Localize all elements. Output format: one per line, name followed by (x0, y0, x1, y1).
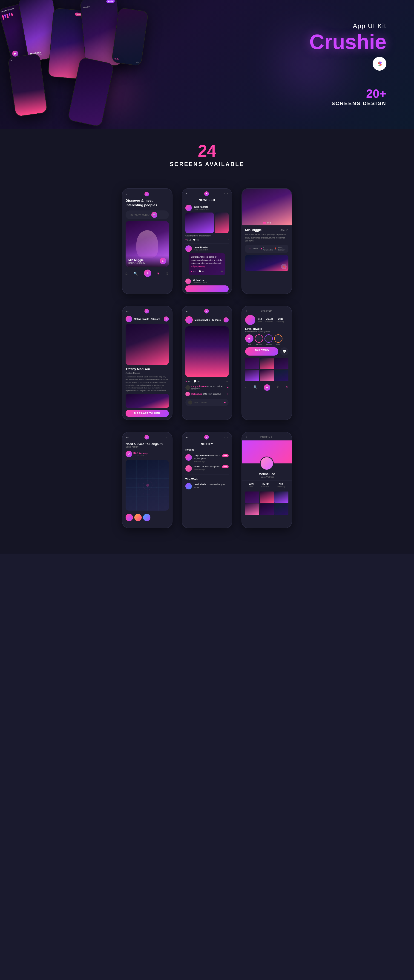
photo-comment2-heart-icon[interactable]: ♥ (227, 393, 229, 395)
tiffany-back-icon[interactable]: ← (126, 309, 129, 313)
newsfeed-heart-icon[interactable]: ♥ (204, 191, 209, 196)
social-nav-search-icon[interactable]: 🔍 (253, 385, 257, 391)
photo-comment1-heart-icon[interactable]: ♥ (227, 387, 229, 389)
hangout-person1-avatar (126, 514, 133, 521)
social-follow-button[interactable]: FOLLOWING (245, 347, 278, 356)
social-nav-heart-icon[interactable]: ♥ (277, 385, 279, 391)
social-gallery-item-4[interactable] (245, 370, 259, 381)
profile-gallery-bookmark-icon[interactable]: 🔖 (281, 264, 287, 269)
profile-card-dots (263, 222, 271, 224)
melina-gallery-item-1[interactable] (245, 492, 259, 503)
discover-card[interactable]: Mia Miggie Berlin, Germany ➤ (126, 221, 169, 267)
svg-point-7 (146, 484, 149, 487)
melina-profile-label: PROFILE (260, 436, 272, 438)
photo-detail-follow-button[interactable]: + (224, 317, 229, 323)
tiffany-heart-icon[interactable]: ♥ (145, 309, 149, 313)
screens-label: SCREENS DESIGN (309, 100, 386, 107)
hangout-heart-icon[interactable]: ♥ (145, 435, 149, 439)
hero-section: Dancing In Space ▶ Mia Maggie Berlin, Ge… (0, 0, 414, 129)
photo-comment2-avatar (185, 392, 190, 396)
newsfeed-user1-time: Today at 12:47 PM (194, 208, 229, 210)
profile-dot-2[interactable] (267, 222, 269, 224)
discover-send-icon[interactable]: ➤ (159, 258, 166, 264)
hangout-person-3 (143, 514, 150, 521)
newsfeed-menu-icon[interactable]: ··· (224, 192, 229, 196)
notify-menu-icon[interactable]: ··· (224, 435, 229, 439)
social-nav-home-icon[interactable]: ⌂ (245, 385, 247, 391)
social-menu-icon[interactable]: ··· (284, 309, 288, 313)
discover-nav-heart-icon[interactable]: ♥ (157, 271, 159, 277)
social-story-discover[interactable]: Discover (264, 334, 273, 345)
photo-detail-likes[interactable]: ♥ 953 (185, 380, 191, 383)
tiffany-menu-icon[interactable]: ··· (164, 309, 169, 313)
notify-item1-avatar (185, 454, 192, 461)
discover-nav-person-icon[interactable]: ☺ (166, 271, 169, 277)
photo-comment-1: Lucy Johanson Wow, you look so gorgeous … (182, 384, 232, 391)
melina-back-icon[interactable]: ← (245, 435, 249, 439)
social-message-button[interactable]: 💬 (280, 347, 288, 356)
discover-title: Discover & meet interesting peoples (126, 198, 169, 207)
newsfeed-back-icon[interactable]: ← (185, 192, 189, 196)
melina-gallery-item-3[interactable] (274, 492, 288, 503)
social-back-icon[interactable]: ← (245, 309, 249, 313)
newsfeed-post1-comments[interactable]: 💬 7k (193, 239, 199, 241)
melina-gallery-item-6[interactable] (274, 503, 288, 515)
photo-comment1-avatar (185, 385, 190, 390)
hangout-back-icon[interactable]: ← (126, 435, 129, 439)
newsfeed-user3-time: Today at 5:18 AM (193, 282, 207, 283)
newsfeed-user2-time: Today at 6:29 PM (194, 249, 229, 251)
hangout-map[interactable] (126, 460, 169, 511)
photo-detail-back-icon[interactable]: ← (185, 309, 189, 313)
discover-heart-icon[interactable]: ♥ (145, 192, 149, 196)
discover-nav-add-button[interactable]: + (144, 270, 151, 277)
social-story-new[interactable]: + New (245, 334, 253, 345)
profile-card-name: Mia Miggie (245, 228, 262, 232)
social-nav-person-icon[interactable]: ☺ (285, 385, 288, 391)
discover-title-block: Discover & meet interesting peoples (123, 198, 172, 209)
hangout-menu-icon[interactable]: ··· (164, 435, 169, 439)
profile-card-gallery[interactable]: 🔖 (245, 255, 288, 271)
newsfeed-post2-reply[interactable]: ↩ (221, 270, 223, 273)
discover-search-button[interactable]: 🔍 (151, 212, 157, 218)
newsfeed-post1-reply[interactable]: ↩ (226, 238, 229, 242)
tiffany-follow-button[interactable]: + (164, 317, 169, 321)
hangout-screen: ← ♥ ··· Need A Place To Hangout? Select … (122, 432, 172, 528)
notify-back-icon[interactable]: ← (185, 435, 189, 439)
discover-nav-home-icon[interactable]: ⌂ (125, 271, 127, 277)
photo-detail-heart-icon[interactable]: ♥ (204, 309, 209, 313)
discover-nav-search-icon[interactable]: 🔍 (134, 271, 138, 277)
social-story-mystory[interactable]: My Story (255, 334, 263, 345)
newsfeed-post2-likes[interactable]: ♥ 245 (191, 270, 196, 272)
melina-menu-icon[interactable]: ··· (284, 435, 288, 439)
social-gallery-item-2[interactable] (260, 358, 274, 369)
social-nav-add-button[interactable]: + (264, 384, 270, 391)
profile-tag-relationship: ♥ 2 Relationship (261, 247, 273, 251)
discover-menu-icon[interactable]: ··· (164, 192, 169, 196)
profile-dot-3[interactable] (269, 222, 271, 224)
profile-card-bio: Life is not a race. It is a journey that… (245, 233, 288, 243)
photo-detail-reply[interactable]: ↩ (226, 380, 229, 383)
melina-gallery-item-2[interactable] (260, 492, 274, 503)
discover-search-bar[interactable]: TRY "NEW YORK" 🔍 (126, 210, 169, 219)
photo-detail-screen: ← ♥ ··· Melina Rivalle • 13 more + ♥ 95 (182, 305, 232, 420)
social-gallery-item-3[interactable] (274, 358, 288, 369)
notify-heart-icon[interactable]: ♥ (204, 435, 209, 439)
social-gallery-item-5[interactable] (260, 370, 274, 381)
newsfeed-post2-comments[interactable]: 💬 22 (199, 270, 204, 272)
social-gallery-item-6[interactable] (274, 370, 288, 381)
social-gallery-item-1[interactable] (245, 358, 259, 369)
photo-detail-menu-icon[interactable]: ··· (224, 309, 229, 313)
profile-dot-1[interactable] (263, 222, 266, 224)
melina-gallery-item-5[interactable] (260, 503, 274, 515)
tiffany-message-button[interactable]: MESSAGE TO HER (126, 410, 169, 417)
newsfeed-post1-likes[interactable]: ♥ 312 (185, 239, 191, 241)
photo-comment-input[interactable]: Your comment... ➤ (185, 399, 229, 406)
melina-stat-posts: 489 Post (249, 482, 254, 488)
discover-back-icon[interactable]: ← (126, 192, 129, 196)
melina-stats: 489 Post 95.2k Followers 763 Following (242, 480, 291, 490)
melina-gallery-item-4[interactable] (245, 503, 259, 515)
notify-item2-avatar (185, 465, 192, 472)
photo-input-send-icon[interactable]: ➤ (224, 401, 226, 404)
social-story-food[interactable]: Food (274, 334, 282, 345)
photo-detail-comments[interactable]: 💬 76 (193, 380, 200, 383)
